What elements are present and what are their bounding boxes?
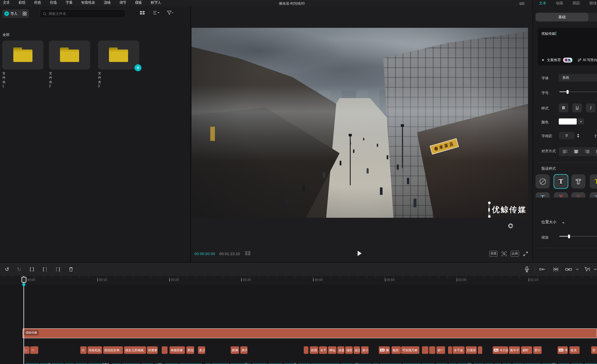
redo-icon[interactable]: ↻ xyxy=(16,266,23,273)
folder-add-icon[interactable]: + xyxy=(134,64,141,71)
search-input[interactable]: 搜索文件名 xyxy=(40,9,125,18)
italic-button[interactable]: I xyxy=(586,103,596,112)
asset-category-tab[interactable]: 贴纸 xyxy=(17,0,27,6)
link-chevron-down-icon[interactable] xyxy=(574,266,581,273)
tab-basic[interactable]: 基础 xyxy=(536,13,588,21)
subtitle-clip[interactable]: 奉城苏家 xyxy=(170,346,185,354)
asset-category-tab[interactable]: 转场 xyxy=(49,0,58,6)
subtitle-clip[interactable] xyxy=(429,346,435,354)
select-tool-icon[interactable] xyxy=(584,266,591,273)
fullscreen-icon[interactable] xyxy=(523,251,528,256)
preset-white-selected[interactable]: T xyxy=(554,174,568,189)
inspector-tab[interactable]: 文本 xyxy=(539,1,546,6)
player-menu-icon[interactable] xyxy=(519,2,525,5)
delete-icon[interactable] xyxy=(68,266,74,273)
split-keep-left-icon[interactable] xyxy=(41,266,48,273)
grid-view-icon[interactable] xyxy=(140,10,145,15)
align-right-icon[interactable] xyxy=(585,150,589,153)
text-track-selected[interactable]: 优鲸传媒 xyxy=(23,328,597,338)
text-color-swatch[interactable] xyxy=(559,118,577,125)
subtitle-clip[interactable]: 你需要 xyxy=(147,346,158,354)
subtitle-clip[interactable]: 一 xyxy=(30,346,38,354)
unlink-preview-icon[interactable] xyxy=(552,266,559,273)
subtitle-clip[interactable]: 现在 xyxy=(345,346,353,354)
preset-none[interactable] xyxy=(536,174,550,189)
subtitle-clip[interactable] xyxy=(478,346,482,354)
letter-spacing-stepper[interactable] xyxy=(576,132,580,139)
scale-slider[interactable] xyxy=(559,234,597,238)
ai-voiceover-button[interactable]: AI 写旁白 xyxy=(578,58,597,63)
subtitle-clip[interactable]: 老夫 xyxy=(569,346,580,354)
preset-style[interactable]: T xyxy=(536,192,550,197)
import-button[interactable]: + 导入 xyxy=(2,9,29,18)
undo-icon[interactable]: ↺ xyxy=(3,266,10,273)
play-icon[interactable] xyxy=(358,251,362,256)
subtitle-clip[interactable]: Aa 今日是 xyxy=(493,346,508,354)
subtitle-clip[interactable]: 弟子 xyxy=(240,346,247,354)
text-content-input[interactable]: 优鲸传媒 ✦ 文案推荐 限免 AI 写旁白 xyxy=(538,28,597,65)
collapse-icon[interactable] xyxy=(562,222,565,223)
select-chevron-down-icon[interactable] xyxy=(592,266,597,273)
underline-button[interactable]: U xyxy=(572,103,582,112)
asset-category-tab[interactable]: 字幕 xyxy=(64,0,74,6)
import-grid-icon[interactable] xyxy=(20,11,27,16)
link-icon[interactable] xyxy=(565,266,572,273)
font-select[interactable]: 系统 xyxy=(558,74,597,82)
subtitle-clip[interactable]: 师傅 xyxy=(231,346,239,354)
split-keep-right-icon[interactable] xyxy=(54,266,61,273)
asset-category-tab[interactable]: 调节 xyxy=(118,0,128,6)
preset-style[interactable]: T xyxy=(590,192,597,197)
text-overlay[interactable]: 优鲸传媒 xyxy=(492,204,527,215)
subtitle-clip[interactable]: 神仙 xyxy=(328,346,336,354)
subtitle-clip[interactable] xyxy=(304,346,308,354)
ratio-button[interactable]: 比例 xyxy=(511,251,519,257)
original-quality-button[interactable]: 原画 xyxy=(489,251,498,257)
asset-category-tab[interactable]: 智能包装 xyxy=(80,0,96,6)
preset-style[interactable]: T xyxy=(554,192,568,197)
subtitle-clip[interactable]: 敢在 xyxy=(392,346,401,354)
snap-icon[interactable] xyxy=(539,266,546,273)
subtitle-clip[interactable]: 小 xyxy=(80,346,87,354)
subtitle-clip[interactable] xyxy=(162,346,168,354)
asset-category-tab[interactable]: 模板 xyxy=(134,0,143,6)
split-icon[interactable] xyxy=(28,266,35,273)
timeline-ruler[interactable]: 00:0000:1000:2000:3000:4000:5001:0001:10 xyxy=(0,276,597,285)
subtitle-clip[interactable]: 夜半子 xyxy=(509,346,520,354)
subtitle-clip[interactable]: 恕我 xyxy=(310,346,318,354)
preset-outline[interactable]: T xyxy=(571,174,585,189)
position-size-section[interactable]: 位置大小 xyxy=(541,220,556,225)
align-center-icon[interactable] xyxy=(574,150,578,153)
subtitle-clip[interactable]: 日落苏 xyxy=(466,346,477,354)
playhead-handle[interactable] xyxy=(21,277,26,283)
subtitle-clip[interactable]: 苏小 xyxy=(533,346,542,354)
subtitle-clip[interactable]: 你命犯生 xyxy=(88,346,102,354)
subtitle-clip[interactable]: ≡ xyxy=(24,346,30,354)
asset-category-tab[interactable]: 滤镜 xyxy=(103,0,112,6)
subtitle-clip[interactable] xyxy=(422,346,428,354)
copy-suggest-button[interactable]: 文案推荐 xyxy=(547,58,561,63)
letter-spacing-input[interactable]: 0 xyxy=(559,132,574,139)
inspector-tab[interactable]: 动画 xyxy=(556,1,563,6)
subtitle-clip[interactable]: 此劫应在奉 xyxy=(103,346,123,354)
color-chevron-down-icon[interactable] xyxy=(578,118,584,125)
subtitle-clip[interactable]: 多少 xyxy=(198,346,205,354)
subtitle-clip[interactable]: 届时 xyxy=(521,346,532,354)
preset-yellow[interactable]: T xyxy=(590,174,597,189)
asset-category-tab[interactable]: 数字人 xyxy=(150,0,162,6)
record-voiceover-icon[interactable] xyxy=(523,266,530,273)
video-preview[interactable]: 春來茶店 优鲸传媒 xyxy=(192,28,528,218)
align-left-icon[interactable] xyxy=(563,150,567,153)
selection-handle[interactable] xyxy=(489,203,489,216)
preset-style[interactable]: T xyxy=(571,192,585,197)
subtitle-clip[interactable] xyxy=(448,346,452,354)
bold-button[interactable]: B xyxy=(559,103,568,112)
subtitle-clip[interactable]: 苏小 xyxy=(361,346,369,354)
subtitle-clip[interactable]: 还没 xyxy=(354,346,360,354)
subtitle-clip[interactable]: 令千金 xyxy=(453,346,465,354)
sort-icon[interactable] xyxy=(153,10,159,15)
font-size-slider[interactable] xyxy=(559,90,597,94)
subtitle-clip[interactable]: 可知我乃奉 xyxy=(401,346,419,354)
subtitle-clip[interactable]: 但 xyxy=(591,346,597,354)
preview-zoom-icon[interactable] xyxy=(502,251,507,256)
subtitle-clip[interactable]: 还是 xyxy=(337,346,344,354)
